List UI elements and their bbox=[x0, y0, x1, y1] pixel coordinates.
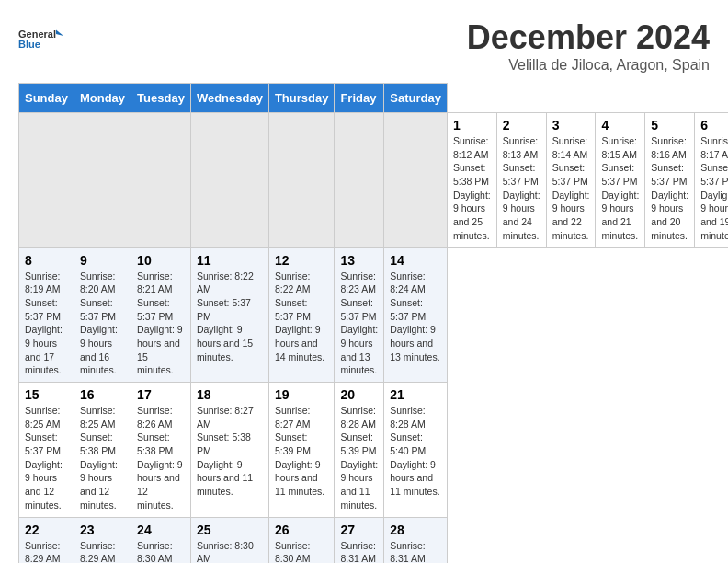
week-row-1: 1 Sunrise: 8:12 AM Sunset: 5:38 PM Dayli… bbox=[19, 113, 729, 248]
calendar-cell bbox=[190, 113, 268, 248]
calendar-cell: 5 Sunrise: 8:16 AM Sunset: 5:37 PM Dayli… bbox=[645, 113, 695, 248]
day-info: Sunrise: 8:16 AM Sunset: 5:37 PM Dayligh… bbox=[651, 134, 688, 243]
calendar-cell: 11 Sunrise: 8:22 AM Sunset: 5:37 PM Dayl… bbox=[190, 247, 268, 383]
month-title: December 2024 bbox=[467, 18, 710, 57]
day-info: Sunrise: 8:25 AM Sunset: 5:38 PM Dayligh… bbox=[80, 404, 125, 512]
day-info: Sunrise: 8:31 AM Sunset: 5:44 PM Dayligh… bbox=[390, 539, 441, 564]
day-number: 8 bbox=[25, 253, 68, 268]
day-number: 2 bbox=[503, 118, 540, 132]
calendar-cell: 2 Sunrise: 8:13 AM Sunset: 5:37 PM Dayli… bbox=[496, 113, 546, 248]
day-number: 27 bbox=[340, 523, 378, 537]
day-info: Sunrise: 8:30 AM Sunset: 5:41 PM Dayligh… bbox=[137, 539, 185, 564]
col-header-tuesday: Tuesday bbox=[131, 84, 191, 113]
day-number: 21 bbox=[390, 387, 441, 402]
day-number: 10 bbox=[137, 253, 185, 268]
day-info: Sunrise: 8:29 AM Sunset: 5:40 PM Dayligh… bbox=[25, 539, 68, 564]
week-row-4: 22 Sunrise: 8:29 AM Sunset: 5:40 PM Dayl… bbox=[19, 517, 729, 563]
page-header: General Blue December 2024 Velilla de Ji… bbox=[18, 18, 710, 74]
day-info: Sunrise: 8:19 AM Sunset: 5:37 PM Dayligh… bbox=[25, 270, 68, 378]
day-info: Sunrise: 8:22 AM Sunset: 5:37 PM Dayligh… bbox=[197, 270, 263, 364]
location: Velilla de Jiloca, Aragon, Spain bbox=[467, 57, 710, 74]
logo: General Blue bbox=[18, 18, 64, 60]
day-info: Sunrise: 8:31 AM Sunset: 5:43 PM Dayligh… bbox=[340, 539, 378, 564]
calendar-cell: 28 Sunrise: 8:31 AM Sunset: 5:44 PM Dayl… bbox=[384, 517, 448, 563]
day-info: Sunrise: 8:24 AM Sunset: 5:37 PM Dayligh… bbox=[390, 270, 441, 364]
calendar-cell bbox=[19, 113, 74, 248]
day-info: Sunrise: 8:21 AM Sunset: 5:37 PM Dayligh… bbox=[137, 270, 185, 378]
calendar-cell: 23 Sunrise: 8:29 AM Sunset: 5:41 PM Dayl… bbox=[74, 517, 131, 563]
col-header-saturday: Saturday bbox=[384, 84, 448, 113]
svg-marker-2 bbox=[56, 30, 63, 37]
calendar-cell: 21 Sunrise: 8:28 AM Sunset: 5:40 PM Dayl… bbox=[384, 383, 448, 518]
calendar-cell: 24 Sunrise: 8:30 AM Sunset: 5:41 PM Dayl… bbox=[131, 517, 191, 563]
day-info: Sunrise: 8:26 AM Sunset: 5:38 PM Dayligh… bbox=[137, 404, 185, 512]
day-number: 25 bbox=[197, 523, 263, 537]
week-row-2: 8 Sunrise: 8:19 AM Sunset: 5:37 PM Dayli… bbox=[19, 247, 729, 383]
calendar-cell: 16 Sunrise: 8:25 AM Sunset: 5:38 PM Dayl… bbox=[74, 383, 131, 518]
day-number: 20 bbox=[340, 387, 378, 402]
day-number: 18 bbox=[197, 387, 263, 402]
day-number: 28 bbox=[390, 523, 441, 537]
calendar-cell: 22 Sunrise: 8:29 AM Sunset: 5:40 PM Dayl… bbox=[19, 517, 74, 563]
day-number: 6 bbox=[700, 118, 728, 132]
day-number: 4 bbox=[601, 118, 639, 132]
col-header-sunday: Sunday bbox=[19, 84, 74, 113]
day-info: Sunrise: 8:28 AM Sunset: 5:39 PM Dayligh… bbox=[340, 404, 378, 512]
calendar-cell: 9 Sunrise: 8:20 AM Sunset: 5:37 PM Dayli… bbox=[74, 247, 131, 383]
day-info: Sunrise: 8:28 AM Sunset: 5:40 PM Dayligh… bbox=[390, 404, 441, 499]
calendar-table: SundayMondayTuesdayWednesdayThursdayFrid… bbox=[18, 83, 728, 563]
calendar-cell: 12 Sunrise: 8:22 AM Sunset: 5:37 PM Dayl… bbox=[268, 247, 335, 383]
calendar-cell: 17 Sunrise: 8:26 AM Sunset: 5:38 PM Dayl… bbox=[131, 383, 191, 518]
day-info: Sunrise: 8:12 AM Sunset: 5:38 PM Dayligh… bbox=[453, 134, 491, 243]
day-info: Sunrise: 8:13 AM Sunset: 5:37 PM Dayligh… bbox=[503, 134, 540, 243]
day-number: 5 bbox=[651, 118, 688, 132]
col-header-thursday: Thursday bbox=[268, 84, 335, 113]
calendar-cell: 6 Sunrise: 8:17 AM Sunset: 5:37 PM Dayli… bbox=[695, 113, 728, 248]
svg-text:Blue: Blue bbox=[18, 39, 40, 50]
day-info: Sunrise: 8:23 AM Sunset: 5:37 PM Dayligh… bbox=[340, 270, 378, 378]
calendar-cell: 27 Sunrise: 8:31 AM Sunset: 5:43 PM Dayl… bbox=[335, 517, 384, 563]
day-info: Sunrise: 8:20 AM Sunset: 5:37 PM Dayligh… bbox=[80, 270, 125, 378]
calendar-cell bbox=[131, 113, 191, 248]
week-row-3: 15 Sunrise: 8:25 AM Sunset: 5:37 PM Dayl… bbox=[19, 383, 729, 518]
day-number: 3 bbox=[552, 118, 590, 132]
day-number: 19 bbox=[275, 387, 329, 402]
day-info: Sunrise: 8:15 AM Sunset: 5:37 PM Dayligh… bbox=[601, 134, 639, 243]
day-number: 22 bbox=[25, 523, 68, 537]
calendar-cell: 19 Sunrise: 8:27 AM Sunset: 5:39 PM Dayl… bbox=[268, 383, 335, 518]
day-number: 23 bbox=[80, 523, 125, 537]
day-info: Sunrise: 8:14 AM Sunset: 5:37 PM Dayligh… bbox=[552, 134, 590, 243]
day-number: 26 bbox=[275, 523, 329, 537]
day-info: Sunrise: 8:27 AM Sunset: 5:38 PM Dayligh… bbox=[197, 404, 263, 499]
day-info: Sunrise: 8:27 AM Sunset: 5:39 PM Dayligh… bbox=[275, 404, 329, 499]
day-info: Sunrise: 8:25 AM Sunset: 5:37 PM Dayligh… bbox=[25, 404, 68, 512]
day-info: Sunrise: 8:22 AM Sunset: 5:37 PM Dayligh… bbox=[275, 270, 329, 364]
day-number: 17 bbox=[137, 387, 185, 402]
calendar-cell: 8 Sunrise: 8:19 AM Sunset: 5:37 PM Dayli… bbox=[19, 247, 74, 383]
day-number: 16 bbox=[80, 387, 125, 402]
day-number: 15 bbox=[25, 387, 68, 402]
svg-text:General: General bbox=[18, 29, 56, 40]
calendar-cell bbox=[268, 113, 335, 248]
calendar-cell: 15 Sunrise: 8:25 AM Sunset: 5:37 PM Dayl… bbox=[19, 383, 74, 518]
day-number: 11 bbox=[197, 253, 263, 268]
day-info: Sunrise: 8:29 AM Sunset: 5:41 PM Dayligh… bbox=[80, 539, 125, 564]
day-number: 9 bbox=[80, 253, 125, 268]
calendar-cell bbox=[384, 113, 448, 248]
calendar-cell: 13 Sunrise: 8:23 AM Sunset: 5:37 PM Dayl… bbox=[335, 247, 384, 383]
calendar-cell bbox=[74, 113, 131, 248]
calendar-cell: 20 Sunrise: 8:28 AM Sunset: 5:39 PM Dayl… bbox=[335, 383, 384, 518]
calendar-cell bbox=[335, 113, 384, 248]
header-row: SundayMondayTuesdayWednesdayThursdayFrid… bbox=[19, 84, 729, 113]
day-info: Sunrise: 8:17 AM Sunset: 5:37 PM Dayligh… bbox=[700, 134, 728, 243]
calendar-cell: 26 Sunrise: 8:30 AM Sunset: 5:43 PM Dayl… bbox=[268, 517, 335, 563]
logo-svg: General Blue bbox=[18, 18, 64, 60]
col-header-wednesday: Wednesday bbox=[190, 84, 268, 113]
col-header-friday: Friday bbox=[335, 84, 384, 113]
day-info: Sunrise: 8:30 AM Sunset: 5:42 PM Dayligh… bbox=[197, 539, 263, 564]
day-number: 13 bbox=[340, 253, 378, 268]
day-number: 12 bbox=[275, 253, 329, 268]
calendar-cell: 25 Sunrise: 8:30 AM Sunset: 5:42 PM Dayl… bbox=[190, 517, 268, 563]
day-info: Sunrise: 8:30 AM Sunset: 5:43 PM Dayligh… bbox=[275, 539, 329, 564]
day-number: 1 bbox=[453, 118, 491, 132]
